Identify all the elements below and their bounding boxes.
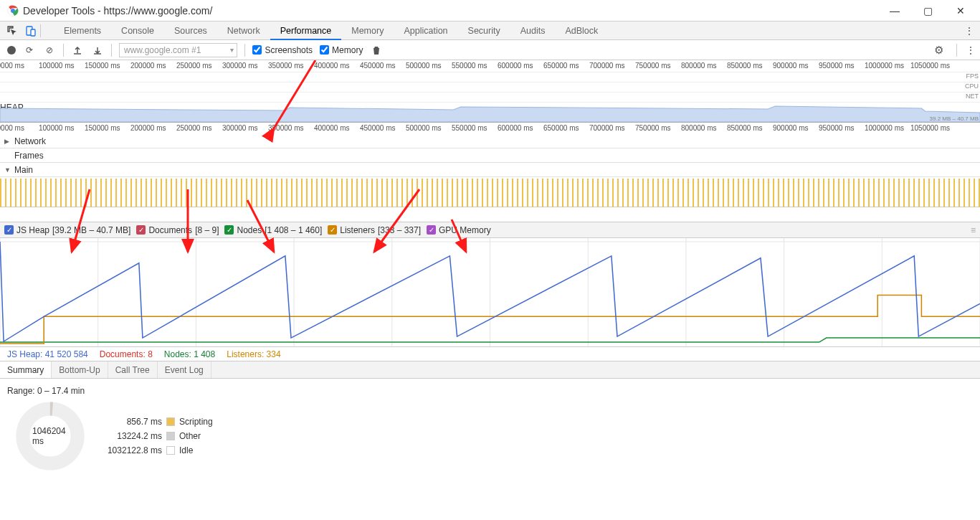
minimize-button[interactable]: — xyxy=(878,0,911,22)
overview-fps-lane: FPS xyxy=(0,72,980,82)
memory-chart[interactable] xyxy=(0,238,980,347)
overview-ruler: 50000 ms100000 ms150000 ms200000 ms25000… xyxy=(0,60,980,72)
tab-audits[interactable]: Audits xyxy=(510,22,556,40)
tab-adblock[interactable]: AdBlock xyxy=(555,22,608,40)
memory-checkbox[interactable]: Memory xyxy=(320,45,363,55)
overview-cpu-lane: CPU xyxy=(0,82,980,92)
settings-gear-icon[interactable]: ⚙ xyxy=(934,44,943,57)
svg-rect-3 xyxy=(31,29,35,36)
overview-net-lane: NET xyxy=(0,92,980,102)
tab-performance[interactable]: Performance xyxy=(270,22,342,40)
summary-range: Range: 0 – 17.4 min xyxy=(7,386,973,396)
legend-nodes[interactable]: ✓ Nodes[1 408 – 1 460] xyxy=(224,225,322,235)
main-ruler: 50000 ms100000 ms150000 ms200000 ms25000… xyxy=(0,123,980,134)
tab-application[interactable]: Application xyxy=(394,22,457,40)
window-title: Developer Tools - https://www.google.com… xyxy=(23,5,212,16)
tab-memory[interactable]: Memory xyxy=(341,22,394,40)
maximize-button[interactable]: ▢ xyxy=(911,0,944,22)
tab-security[interactable]: Security xyxy=(458,22,510,40)
legend-documents[interactable]: ✓ Documents[8 – 9] xyxy=(136,225,219,235)
tab-elements[interactable]: Elements xyxy=(54,22,111,40)
screenshots-checkbox[interactable]: Screenshots xyxy=(252,45,313,55)
performance-panel: 50000 ms100000 ms150000 ms200000 ms25000… xyxy=(0,60,980,520)
perf-kebab-icon[interactable]: ⋮ xyxy=(966,44,976,56)
device-toggle-icon[interactable] xyxy=(22,22,40,40)
close-button[interactable]: ✕ xyxy=(944,0,977,22)
chrome-logo-icon xyxy=(7,5,19,16)
kebab-menu-icon[interactable]: ⋮ xyxy=(964,25,974,37)
clear-button[interactable]: ⊘ xyxy=(43,44,56,57)
svg-rect-5 xyxy=(0,177,980,207)
stat-nodes: Nodes: 1 408 xyxy=(164,349,215,359)
summary-legend: 856.7 msScripting 13224.2 msOther 103212… xyxy=(97,415,213,458)
legend-js-heap[interactable]: ✓ JS Heap[39.2 MB – 40.7 MB] xyxy=(4,225,130,235)
summary-total: 1046204 ms xyxy=(32,426,68,446)
row-frames[interactable]: Frames xyxy=(0,148,980,163)
reload-record-button[interactable]: ⟳ xyxy=(23,44,36,57)
record-button[interactable] xyxy=(7,46,16,55)
stat-documents: Documents: 8 xyxy=(100,349,153,359)
profile-selector[interactable]: www.google.com #1 xyxy=(119,43,237,57)
window-titlebar: Developer Tools - https://www.google.com… xyxy=(0,0,980,22)
inspect-element-icon[interactable] xyxy=(3,22,22,40)
detail-tab-calltree[interactable]: Call Tree xyxy=(108,361,158,378)
stat-listeners: Listeners: 334 xyxy=(227,349,280,359)
load-profile-button[interactable] xyxy=(71,44,84,57)
memory-legend-menu-icon[interactable]: ≡ xyxy=(971,225,976,235)
main-timeline: 50000 ms100000 ms150000 ms200000 ms25000… xyxy=(0,123,980,222)
legend-listeners[interactable]: ✓ Listeners[333 – 337] xyxy=(328,225,421,235)
detail-tab-eventlog[interactable]: Event Log xyxy=(158,361,211,378)
detail-tab-bottomup[interactable]: Bottom-Up xyxy=(52,361,108,378)
garbage-collect-button[interactable] xyxy=(370,44,383,57)
memory-legend: ✓ JS Heap[39.2 MB – 40.7 MB] ✓ Documents… xyxy=(0,222,980,238)
summary-pane: Range: 0 – 17.4 min 1046204 ms 856.7 msS… xyxy=(0,379,980,520)
stat-js-heap: JS Heap: 41 520 584 xyxy=(7,349,88,359)
detail-tabs: Summary Bottom-Up Call Tree Event Log xyxy=(0,361,980,379)
heap-range-label: 39.2 MB – 40.7 MB xyxy=(930,115,979,122)
tab-console[interactable]: Console xyxy=(111,22,164,40)
tab-network[interactable]: Network xyxy=(217,22,270,40)
performance-toolbar: ⟳ ⊘ www.google.com #1 Screenshots Memory… xyxy=(0,40,980,60)
save-profile-button[interactable] xyxy=(91,44,104,57)
devtools-tabs: Elements Console Sources Network Perform… xyxy=(0,22,980,40)
overview-heap-lane: HEAP 39.2 MB – 40.7 MB xyxy=(0,102,980,122)
legend-gpu[interactable]: ✓ GPU Memory xyxy=(427,225,491,235)
memory-stats: JS Heap: 41 520 584 Documents: 8 Nodes: … xyxy=(0,347,980,361)
row-main[interactable]: ▼Main xyxy=(0,177,980,207)
detail-tab-summary[interactable]: Summary xyxy=(0,361,52,378)
summary-donut: 1046204 ms xyxy=(14,400,86,472)
row-network[interactable]: ▶Network xyxy=(0,134,980,148)
tab-sources[interactable]: Sources xyxy=(164,22,217,40)
main-flame-stripes xyxy=(0,177,980,207)
timeline-overview[interactable]: 50000 ms100000 ms150000 ms200000 ms25000… xyxy=(0,60,980,123)
